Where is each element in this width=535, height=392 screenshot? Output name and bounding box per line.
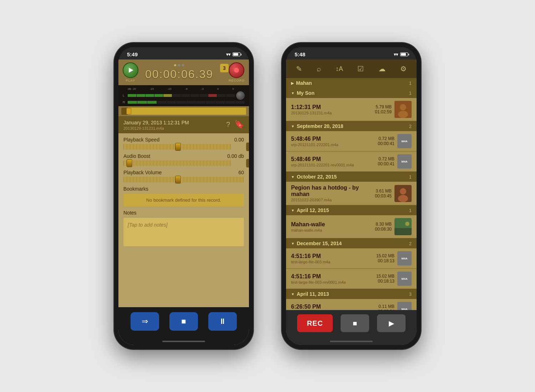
search-icon[interactable]: ⌕: [313, 63, 325, 74]
svg-point-8: [405, 222, 409, 226]
sort-icon[interactable]: ↕A: [332, 64, 347, 74]
item-filename: test-large-file-003.m4a: [291, 260, 376, 264]
help-icon[interactable]: ?: [226, 120, 230, 129]
recording-list: ▶ Mahan 1 ▼ My Son 1: [286, 78, 417, 310]
timer-section: 00:00:06.39: [138, 64, 220, 81]
notes-area[interactable]: [Tap to add notes]: [123, 218, 244, 246]
left-status-icons: ▾▾: [226, 52, 240, 57]
select-icon[interactable]: ☑: [354, 63, 367, 74]
list-item[interactable]: 6:26:50 PM 20130411-182650.m4a 0.11 MB 0…: [286, 299, 417, 310]
edit-icon[interactable]: ✎: [292, 63, 306, 74]
item-info: 5:48:46 PM vrp-20121101-222201.m4a: [291, 136, 378, 147]
list-item[interactable]: Mahan-walle mahan-walle.m4a 8.30 MB 00:0…: [286, 215, 417, 238]
vu-knob[interactable]: [236, 91, 245, 100]
record-button[interactable]: [229, 62, 244, 78]
list-item[interactable]: 5:48:46 PM vrp-20121101-222201-rev0001.m…: [286, 151, 417, 172]
list-item[interactable]: 4:51:16 PM test-large-file-003.m4a 15.02…: [286, 248, 417, 269]
left-status-time: 5:49: [127, 51, 138, 57]
playback-speed-icon[interactable]: ☰: [246, 143, 249, 151]
group-myson-count: 1: [409, 91, 412, 96]
notes-label: Notes: [123, 210, 244, 216]
right-phone: 5:48 ▾▾ ✎ ⌕ ↕A ☑ ☁ ⚙: [282, 43, 421, 349]
group-mahan[interactable]: ▶ Mahan 1: [286, 78, 417, 88]
vu-l-label: L: [123, 94, 126, 97]
audio-boost-slider[interactable]: [123, 160, 231, 166]
group-mahan-name: Mahan: [296, 80, 312, 86]
group-sep2018-count: 2: [409, 124, 412, 129]
list-item[interactable]: 5:48:46 PM vrp-20121101-222201.m4a 0.72 …: [286, 131, 417, 151]
right-status-bar: 5:48 ▾▾: [286, 47, 417, 60]
recording-info: January 29, 2013 1:12:31 PM 20130129-131…: [123, 120, 226, 130]
group-oct2015[interactable]: ▼ October 22, 2015 1: [286, 172, 417, 182]
pause-button[interactable]: ⏸: [208, 312, 237, 331]
loop-button[interactable]: ⇒: [131, 312, 159, 331]
info-section: January 29, 2013 1:12:31 PM 20130129-131…: [118, 116, 249, 133]
item-time: 5:48:46 PM: [291, 156, 378, 163]
item-info: 5:48:46 PM vrp-20121101-222201-rev0001.m…: [291, 156, 378, 167]
list-item[interactable]: Pegion has a hotdog - by mahan 20151022-…: [286, 182, 417, 205]
left-phone: 5:49 ▾▾ PLAY: [114, 43, 253, 349]
m4a-badge: M4A: [397, 251, 412, 265]
record-label: RECORD: [229, 79, 245, 82]
wifi-icon: ▾▾: [226, 52, 230, 57]
item-thumb: [394, 185, 412, 202]
item-time: 4:51:16 PM: [291, 253, 376, 259]
playback-volume-thumb[interactable]: [175, 176, 181, 184]
left-home-bar: [162, 341, 205, 342]
right-status-time: 5:48: [295, 51, 305, 57]
record-dot: [234, 68, 239, 73]
progress-ruler[interactable]: [121, 108, 246, 115]
play-button-right[interactable]: ▶: [377, 314, 406, 332]
controls-area: Playback Speed 0.00 ☰ Aud: [118, 133, 249, 307]
left-status-bar: 5:49 ▾▾: [118, 47, 249, 60]
svg-point-2: [398, 111, 408, 118]
item-info: 6:26:50 PM 20130411-182650.m4a: [291, 304, 378, 310]
group-dec2014[interactable]: ▼ December 15, 2014 2: [286, 238, 417, 248]
vu-l-bar: [128, 94, 235, 97]
vu-r-label: R: [123, 100, 126, 104]
list-item[interactable]: 1:12:31 PM 20130129-131231.m4a 5.79 MB 0…: [286, 98, 417, 121]
stop-button[interactable]: ■: [169, 312, 198, 331]
group-sep2018[interactable]: ▼ September 20, 2018 2: [286, 121, 417, 131]
item-filename: mahan-walle.m4a: [291, 228, 375, 232]
rec-label: REC: [307, 319, 323, 327]
item-filename: 20151022-203907.m4a: [291, 198, 375, 202]
cloud-icon[interactable]: ☁: [375, 63, 389, 74]
group-dec2014-name: December 15, 2014: [297, 241, 342, 246]
group-apr2015[interactable]: ▼ April 12, 2015 1: [286, 205, 417, 215]
info-icons: ? 🔖: [226, 120, 244, 129]
stop-icon: ■: [181, 317, 186, 326]
item-thumb: [394, 101, 412, 118]
item-time: 6:26:50 PM: [291, 304, 378, 310]
item-info: Pegion has a hotdog - by mahan 20151022-…: [291, 185, 375, 202]
item-filename: vrp-20121101-222201.m4a: [291, 143, 378, 147]
item-meta: 15.02 MB 00:18:13: [376, 253, 394, 263]
recording-date: January 29, 2013 1:12:31 PM: [123, 120, 226, 125]
audio-boost-thumb[interactable]: [127, 159, 132, 167]
audio-boost-icon[interactable]: ✎: [246, 159, 249, 167]
stop-button-right[interactable]: ■: [341, 314, 369, 332]
progress-thumb[interactable]: [126, 108, 131, 114]
playback-speed-slider[interactable]: [123, 144, 231, 150]
playback-volume-label: Playback Volume: [123, 170, 162, 175]
m4a-badge: M4A: [397, 134, 412, 148]
rec-button[interactable]: REC: [297, 314, 333, 332]
list-item[interactable]: 4:51:16 PM test-large-file-003-rev0001.m…: [286, 269, 417, 289]
group-myson[interactable]: ▼ My Son 1: [286, 88, 417, 98]
bookmark-icon[interactable]: 🔖: [234, 120, 244, 129]
item-info: 4:51:16 PM test-large-file-003.m4a: [291, 253, 376, 264]
notes-section: Notes [Tap to add notes]: [123, 210, 244, 246]
play-button[interactable]: [123, 62, 138, 78]
item-filename: 20130129-131231.m4a: [291, 111, 375, 115]
m4a-badge: M4A: [397, 154, 412, 169]
group-apr2013[interactable]: ▼ April 11, 2013 3: [286, 289, 417, 299]
loop-icon: ⇒: [142, 317, 148, 326]
group-apr2013-name: April 11, 2013: [297, 291, 329, 297]
playback-speed-thumb[interactable]: [175, 143, 181, 151]
settings-icon[interactable]: ⚙: [397, 63, 410, 74]
group-apr2015-name: April 12, 2015: [297, 207, 329, 213]
playback-volume-slider[interactable]: [123, 177, 244, 182]
triangle-down-myson: ▼: [291, 91, 295, 95]
bottom-controls-right: REC ■ ▶: [286, 310, 417, 338]
playback-speed-value: 0.00: [234, 137, 244, 143]
